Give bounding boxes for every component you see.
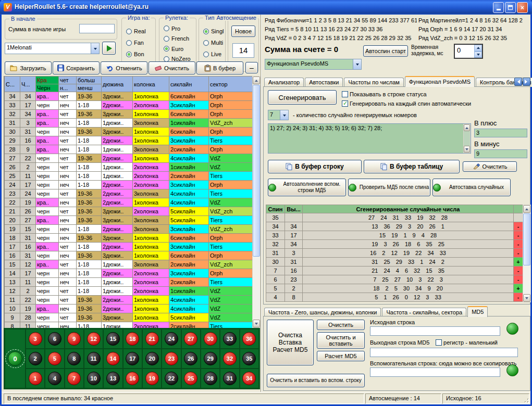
gen-row[interactable]: 343413 36 29 3 20 26 1-	[266, 222, 523, 231]
board-number-28[interactable]: 28	[204, 372, 217, 385]
board-number-19[interactable]: 19	[145, 372, 159, 385]
auto-generate-checkbox-row[interactable]: Генерировать на каждый спин автоматическ…	[342, 100, 471, 107]
history-row[interactable]: 2126чернчет19-363дюжи..2колонка5сиклайнV…	[5, 207, 253, 216]
history-row[interactable]: 2722чернчет19-362дюжи..1колонка4сиклайнV…	[5, 154, 253, 163]
gen-scrollbar[interactable]	[523, 205, 531, 302]
gen-row[interactable]: 485 1 26 0 12 3 33-	[266, 293, 523, 302]
history-row[interactable]: 2219кра..неч19-362дюжи..1колонка4сиклайн…	[5, 198, 253, 207]
board-number-4[interactable]: 4	[48, 372, 61, 385]
tab-0[interactable]: Анализатор	[264, 78, 304, 87]
md5-helper-input[interactable]	[370, 367, 500, 377]
scroll-up-icon[interactable]	[253, 77, 260, 84]
board-number-29[interactable]: 29	[204, 352, 217, 365]
history-scrollbar[interactable]	[252, 76, 261, 328]
preset-combo[interactable]: 1Melonati	[5, 43, 100, 54]
scroll-down-icon[interactable]	[464, 146, 470, 153]
autospin-start-button[interactable]: Автоспин старт	[363, 45, 408, 57]
tab-scroll-right[interactable]	[523, 78, 530, 86]
gen-table[interactable]: СпинВы...Сгенерированные случайные числа…	[266, 205, 523, 302]
history-row[interactable]: 1716кра..чет1-182дюжи..1колонка3сиклайнT…	[5, 243, 253, 251]
copy-table-button[interactable]: В буфер таблицу	[364, 160, 460, 173]
board-number-36[interactable]: 36	[242, 332, 256, 346]
radio-live[interactable]: Live	[203, 48, 224, 60]
history-row[interactable]: 2417черннеч1-182дюжи..2колонка3сиклайнOr…	[5, 181, 253, 189]
board-number-22[interactable]: 22	[165, 372, 178, 385]
history-row[interactable]: 2916кра..чет1-182дюжи..1колонка3сиклайнT…	[5, 136, 253, 145]
board-number-11[interactable]: 11	[87, 352, 101, 365]
show-status-checkbox-row[interactable]: Показывать в строке статуса	[342, 91, 427, 97]
board-number-12[interactable]: 12	[87, 332, 101, 346]
radio-real[interactable]: Real	[126, 26, 154, 37]
copy-buffer-button[interactable]: В буфер	[196, 61, 243, 74]
history-row[interactable]: 1311черннеч1-181дюжи..2колонка2сиклайнTi…	[5, 278, 253, 287]
autofill-md5-button[interactable]: Автозаполнение вспом. строки МД5	[268, 179, 346, 196]
board-number-17[interactable]: 17	[126, 352, 139, 365]
board-number-35[interactable]: 35	[242, 352, 256, 365]
close-button[interactable]: ×	[517, 2, 528, 13]
undo-button[interactable]: Отменить	[101, 61, 147, 74]
clear-button[interactable]: Очистить	[149, 61, 195, 74]
chevron-down-icon[interactable]	[91, 43, 99, 54]
delay-spinner[interactable]: 0	[454, 44, 483, 59]
radio-singl[interactable]: Singl	[203, 26, 224, 37]
autobet-button[interactable]: Автоставка случайных	[432, 179, 511, 196]
history-row[interactable]: 1831черннеч19-363дюжи..1колонка6сиклайнO…	[5, 234, 253, 243]
history-row[interactable]: 262чернчет1-181дюжи..2колонка1сиклайнVdZ	[5, 163, 253, 172]
spin-down-icon[interactable]	[474, 52, 482, 58]
history-table[interactable]: С...Ч...Крачетбольшдюжинаколонкасиклайнс…	[4, 76, 252, 328]
history-row[interactable]: 3434кра..чет19-363дюжи..1колонка6сиклайн…	[5, 92, 253, 101]
history-row[interactable]: 1122чернчет19-362дюжи..1колонка4сиклайнV…	[5, 296, 253, 304]
board-number-6[interactable]: 6	[48, 332, 61, 346]
board-number-33[interactable]: 33	[223, 332, 237, 346]
board-number-23[interactable]: 23	[165, 352, 178, 365]
gen-row[interactable]: 5218 2 5 30 34 9 20+	[266, 284, 523, 293]
board-number-16[interactable]: 16	[126, 372, 139, 385]
scroll-down-icon[interactable]	[523, 294, 530, 302]
history-scrollbar-thumb[interactable]	[253, 85, 260, 257]
gen-row[interactable]: 31316 2 12 19 22 34 33-	[266, 249, 523, 258]
board-number-27[interactable]: 27	[184, 332, 197, 346]
scroll-down-icon[interactable]	[253, 320, 260, 327]
board-number-8[interactable]: 8	[67, 352, 81, 365]
board-number-7[interactable]: 7	[67, 372, 81, 385]
radio-french[interactable]: French	[164, 34, 195, 44]
radio-euro[interactable]: Euro	[164, 44, 195, 54]
radio-fan[interactable]: Fan	[126, 37, 154, 48]
radio-pro[interactable]: Pro	[164, 23, 195, 34]
board-number-5[interactable]: 5	[48, 352, 61, 365]
bottom-tab-2[interactable]: MD5	[467, 306, 488, 317]
board-number-26[interactable]: 26	[184, 352, 197, 365]
history-row[interactable]: 1019кра..неч19-362дюжи..1колонка4сиклайн…	[5, 304, 253, 313]
new-offset-button[interactable]: Новое	[231, 26, 255, 37]
history-row[interactable]: 313кра..неч1-181дюжи..3колонка1сиклайнVd…	[5, 119, 253, 128]
history-row[interactable]: 2324чернчет19-362дюжи..3колонка4сиклайнT…	[5, 189, 253, 198]
md5-output-input[interactable]	[370, 348, 518, 357]
show-status-checkbox[interactable]	[342, 91, 348, 97]
md5-case-checkbox-row[interactable]: регистр - маленький	[436, 339, 498, 346]
history-row[interactable]: 3234кра..чет19-363дюжи..1колонка6сиклайн…	[5, 110, 253, 119]
board-number-2[interactable]: 2	[29, 352, 42, 365]
board-number-0[interactable]: 0	[8, 351, 22, 366]
md5-clear-paste-helper-button[interactable]: Очистить и вставить во вспом. строку	[267, 374, 365, 387]
minus-button[interactable]: –	[245, 62, 258, 73]
board-number-10[interactable]: 10	[87, 372, 101, 385]
gen-row[interactable]: 6237 25 27 10 3 22 3-	[266, 275, 523, 284]
board-number-9[interactable]: 9	[67, 332, 81, 346]
chevron-down-icon[interactable]	[353, 59, 361, 69]
board-number-30[interactable]: 30	[204, 332, 217, 346]
play-button[interactable]	[102, 42, 116, 55]
history-row[interactable]: 1631черннеч19-363дюжи..1колонка6сиклайнO…	[5, 251, 253, 260]
check-md5-button[interactable]: Проверить МД5 после спина	[348, 179, 430, 196]
tab-2[interactable]: Частоты по числам	[344, 78, 403, 87]
history-row[interactable]: 1512кра..чет1-181дюжи..3колонка2сиклайнV…	[5, 260, 253, 269]
gen-row[interactable]: 331715 19 1 9 4 28-	[266, 231, 523, 240]
tab-1[interactable]: Автоставки	[305, 78, 343, 87]
resize-grip[interactable]	[523, 397, 529, 403]
board-number-24[interactable]: 24	[165, 332, 178, 346]
board-number-18[interactable]: 18	[126, 332, 139, 346]
md5-clear-paste-button[interactable]: Очистить и вставить	[317, 332, 365, 349]
auto-generate-checkbox[interactable]	[342, 100, 348, 107]
board-number-21[interactable]: 21	[145, 332, 159, 346]
gen-row[interactable]: 71621 24 4 6 32 15 35-	[266, 267, 523, 275]
generated-textarea[interactable]: 1) 27; 2) 24; 3) 31; 4) 33; 5) 19; 6) 32…	[268, 123, 471, 154]
